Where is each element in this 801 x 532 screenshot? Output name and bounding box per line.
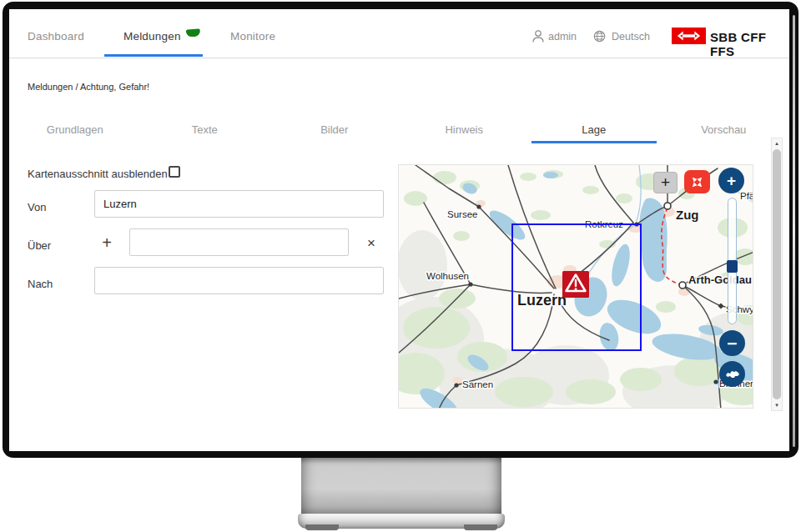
nach-label: Nach bbox=[28, 278, 53, 290]
select-extent-button[interactable]: + bbox=[653, 172, 678, 193]
reset-extent-button[interactable] bbox=[719, 361, 745, 387]
move-arrows-icon bbox=[690, 175, 704, 189]
map[interactable]: Sursee Rotkreuz Zug Wolhusen Luzern Arth… bbox=[398, 164, 753, 409]
logged-in-user[interactable]: admin bbox=[548, 31, 577, 43]
hide-map-checkbox[interactable] bbox=[169, 166, 180, 178]
tab-bilder[interactable]: Bilder bbox=[270, 116, 400, 143]
zoom-in-button[interactable]: + bbox=[718, 168, 744, 193]
add-via-icon[interactable]: + bbox=[98, 233, 116, 253]
hide-map-label: Kartenausschnitt ausblenden bbox=[28, 168, 168, 180]
brand-wordmark: SBB CFF FFS bbox=[710, 30, 789, 58]
tab-active-underline bbox=[531, 141, 657, 143]
tab-hinweis[interactable]: Hinweis bbox=[400, 116, 530, 143]
label-wolhusen: Wolhusen bbox=[426, 271, 469, 281]
desktop: Dashboard Meldungen Monitore admin Deuts… bbox=[0, 0, 801, 532]
warning-marker-icon[interactable] bbox=[562, 271, 589, 298]
nach-input[interactable] bbox=[94, 267, 384, 294]
nav-item-dashboard[interactable]: Dashboard bbox=[28, 30, 84, 43]
scrollbar-thumb[interactable] bbox=[773, 149, 781, 399]
monitor-stand-neck bbox=[301, 458, 501, 514]
clear-via-icon[interactable]: × bbox=[362, 233, 380, 253]
breadcrumb: Meldungen / Achtung, Gefahr! bbox=[28, 82, 149, 92]
ueber-label: Über bbox=[28, 239, 51, 252]
monitor-stand-foot bbox=[464, 524, 497, 530]
label-sarnen: Sarnen bbox=[462, 379, 493, 389]
scrollbar-up-icon[interactable]: ▴ bbox=[772, 138, 782, 148]
label-luzern: Luzern bbox=[517, 292, 567, 309]
tab-bar: Grundlagen Texte Bilder Hinweis Lage Vor… bbox=[10, 116, 788, 143]
page-scrollbar[interactable]: ▴ ▾ bbox=[771, 138, 783, 411]
app-window: Dashboard Meldungen Monitore admin Deuts… bbox=[9, 9, 789, 451]
von-label: Von bbox=[28, 201, 46, 213]
label-arth-goldau: Arth-Goldau bbox=[688, 274, 752, 286]
switzerland-icon bbox=[725, 369, 740, 379]
monitor-stand-foot bbox=[305, 524, 339, 530]
tab-texte[interactable]: Texte bbox=[140, 116, 270, 143]
tab-lage[interactable]: Lage bbox=[529, 116, 659, 143]
nav-item-monitore[interactable]: Monitore bbox=[230, 30, 275, 43]
nav-item-meldungen[interactable]: Meldungen bbox=[123, 30, 181, 43]
monitor-edge-highlight bbox=[793, 15, 795, 447]
tab-grundlagen[interactable]: Grundlagen bbox=[10, 116, 140, 143]
von-input[interactable] bbox=[94, 190, 384, 218]
move-extent-button[interactable] bbox=[684, 170, 710, 193]
zoom-out-button[interactable]: − bbox=[719, 330, 745, 356]
nav-active-underline bbox=[104, 54, 203, 57]
language-selector[interactable]: Deutsch bbox=[612, 31, 650, 43]
tab-lage-label: Lage bbox=[582, 123, 606, 136]
sbb-logo bbox=[672, 28, 706, 44]
meldungen-badge-icon bbox=[186, 28, 201, 37]
label-pfaeffikon: Pfäffikon bbox=[740, 191, 753, 201]
header-divider bbox=[9, 58, 789, 58]
language-globe-icon bbox=[593, 30, 606, 43]
label-zug: Zug bbox=[676, 208, 699, 222]
tab-vorschau[interactable]: Vorschau bbox=[659, 116, 789, 143]
ueber-input[interactable] bbox=[129, 228, 349, 256]
zoom-slider-handle[interactable] bbox=[727, 260, 738, 273]
scrollbar-down-icon[interactable]: ▾ bbox=[772, 400, 782, 410]
label-sursee: Sursee bbox=[447, 209, 477, 219]
user-icon bbox=[531, 29, 545, 43]
map-canvas: Sursee Rotkreuz Zug Wolhusen Luzern Arth… bbox=[399, 165, 753, 409]
